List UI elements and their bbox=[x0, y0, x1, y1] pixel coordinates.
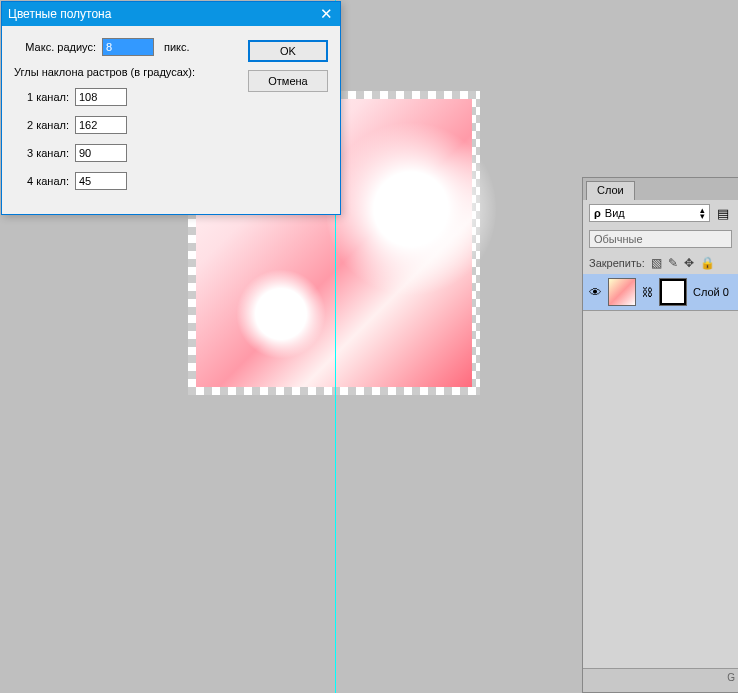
dialog-title: Цветные полутона bbox=[8, 7, 312, 21]
color-halftone-dialog: Цветные полутона ✕ Макс. радиус: пикс. У… bbox=[1, 1, 341, 215]
layer-filter-select[interactable]: ρ Вид ▴▾ bbox=[589, 204, 710, 222]
layers-panel: Слои ρ Вид ▴▾ ▤ Обычные Закрепить: ▧ ✎ ✥… bbox=[582, 177, 738, 693]
layer-name[interactable]: Слой 0 bbox=[693, 286, 729, 298]
tab-layers[interactable]: Слои bbox=[586, 181, 635, 200]
channel-1-input[interactable] bbox=[75, 88, 127, 106]
channel-1-label: 1 канал: bbox=[14, 91, 69, 103]
channel-2-label: 2 канал: bbox=[14, 119, 69, 131]
channel-4-label: 4 канал: bbox=[14, 175, 69, 187]
lock-pixels-icon[interactable]: ▧ bbox=[651, 256, 662, 270]
blend-mode-select[interactable]: Обычные bbox=[589, 230, 732, 248]
link-icon[interactable]: ⛓ bbox=[642, 286, 653, 298]
layer-thumbnail[interactable] bbox=[608, 278, 636, 306]
mask-thumbnail[interactable] bbox=[659, 278, 687, 306]
max-radius-input[interactable] bbox=[102, 38, 154, 56]
channel-2-input[interactable] bbox=[75, 116, 127, 134]
channel-4-input[interactable] bbox=[75, 172, 127, 190]
close-icon[interactable]: ✕ bbox=[312, 2, 340, 26]
lock-label: Закрепить: bbox=[589, 257, 645, 269]
visibility-icon[interactable]: 👁 bbox=[589, 285, 602, 300]
channel-3-input[interactable] bbox=[75, 144, 127, 162]
search-icon: ρ bbox=[594, 207, 601, 219]
layer-row[interactable]: 👁 ⛓ Слой 0 bbox=[583, 274, 738, 311]
angles-label: Углы наклона растров (в градусах): bbox=[14, 66, 238, 78]
lock-all-icon[interactable]: 🔒 bbox=[700, 256, 715, 270]
chevron-updown-icon: ▴▾ bbox=[700, 207, 705, 219]
cancel-button[interactable]: Отмена bbox=[248, 70, 328, 92]
panel-footer: G bbox=[583, 668, 738, 692]
panel-menu-icon[interactable]: ▤ bbox=[714, 204, 732, 222]
channel-3-label: 3 канал: bbox=[14, 147, 69, 159]
unit-label: пикс. bbox=[164, 41, 190, 53]
ok-button[interactable]: OK bbox=[248, 40, 328, 62]
max-radius-label: Макс. радиус: bbox=[14, 41, 96, 53]
filter-label: Вид bbox=[605, 207, 625, 219]
dialog-titlebar[interactable]: Цветные полутона ✕ bbox=[2, 2, 340, 26]
lock-move-icon[interactable]: ✥ bbox=[684, 256, 694, 270]
lock-brush-icon[interactable]: ✎ bbox=[668, 256, 678, 270]
